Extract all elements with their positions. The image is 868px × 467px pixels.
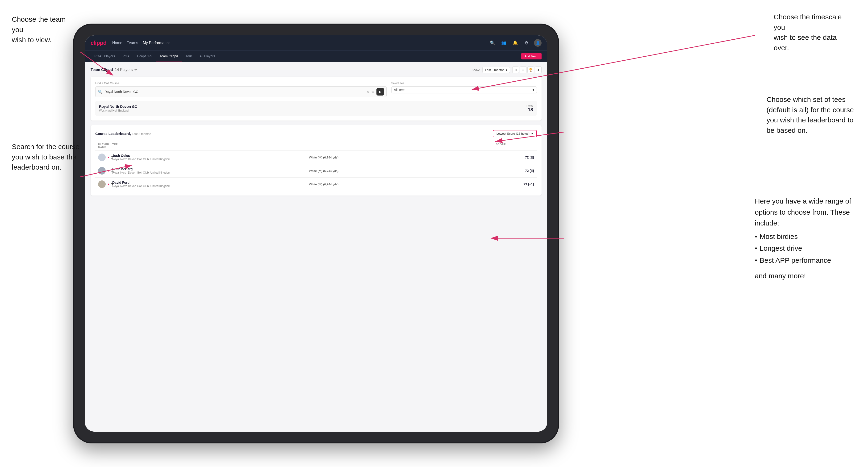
app-content: clippd Home Teams My Performance 🔍 👥 🔔 ⚙… [85,35,547,432]
player-name-2: Blair McHarg [112,167,309,171]
add-team-button[interactable]: Add Team [521,53,541,59]
heart-icon-3: ♥ [107,183,109,186]
search-submit-button[interactable]: ▶ [376,88,384,96]
player-name-1: Josh Coles [112,154,309,158]
tee-cell-1: White (M) (6,744 yds) [309,156,506,159]
tee-cell-2: White (M) (6,744 yds) [309,169,506,173]
tee-chevron-icon: ▾ [533,88,534,92]
holes-badge: Holes 18 [526,104,533,113]
course-search-input[interactable] [104,90,365,94]
team-name-label: Team Clippd [91,68,113,72]
player-name-cell-3: David Ford Royal North Devon Golf Club, … [112,181,309,188]
nav-home[interactable]: Home [112,41,122,45]
settings-icon-btn[interactable]: ⚙ [523,39,530,47]
tee-select-col: Select Tee All Tees ▾ [391,82,537,97]
edit-team-icon[interactable]: ✏ [134,68,137,72]
course-search-panel: Find a Golf Course 🔍 ✕ ★ ▶ Select Tee [91,77,541,121]
col-tee: TEE [112,143,309,149]
score-cell-1: 72 (E) [506,155,534,159]
select-tee-label: Select Tee [391,82,537,85]
col-player-name: PLAYER NAME [98,143,112,149]
team-title: Team Clippd 14 Players ✏ [91,68,137,72]
tee-select-dropdown[interactable]: All Tees ▾ [391,86,537,93]
nav-my-performance[interactable]: My Performance [143,41,170,45]
search-icon-btn[interactable]: 🔍 [489,39,496,47]
bullet-item-3: Best APP performance [755,255,854,266]
rank-cell-2: ♥ 1 [98,167,112,175]
main-content: Team Clippd 14 Players ✏ Show: Last 3 mo… [85,62,547,432]
show-label: Show: [471,68,480,72]
sub-navbar: PGAT Players PGA Hcaps 1-5 Team Clippd T… [85,51,547,62]
leaderboard-subtitle: Last 3 months [132,132,151,135]
score-type-value: Lowest Score (18 holes) [497,132,530,135]
player-name-cell-1: Josh Coles Royal North Devon Golf Club, … [112,154,309,161]
sub-nav-pga[interactable]: PGA [119,51,133,62]
sub-nav-team-clippd[interactable]: Team Clippd [156,51,182,62]
app-logo: clippd [91,40,106,46]
heart-icon-2: ♥ [107,169,109,173]
course-search-wrapper: 🔍 ✕ ★ ▶ [95,86,386,97]
time-period-dropdown[interactable]: Last 3 months ▾ [483,67,510,73]
rank-cell-1: ♥ 1 [98,154,112,161]
leaderboard-header: Course Leaderboard, Last 3 months Lowest… [95,130,537,137]
player-name-cell-2: Blair McHarg Royal North Devon Golf Club… [112,167,309,174]
sub-nav-tour[interactable]: Tour [182,51,196,62]
navbar: clippd Home Teams My Performance 🔍 👥 🔔 ⚙… [85,35,547,51]
trophy-view-btn[interactable]: 🏆 [527,66,534,73]
holes-label: Holes [526,104,533,107]
annotation-top-left: Choose the team you wish to view. [12,14,78,45]
table-row: ♥ 1 Josh Coles Royal North Devon Golf Cl… [95,151,537,164]
search-icon: 🔍 [98,90,102,94]
course-result-info: Royal North Devon GC Westward Hol, Engla… [99,104,137,112]
player-avatar-1 [98,154,106,161]
list-view-btn[interactable]: ☰ [520,66,526,73]
player-avatar-3 [98,181,106,188]
team-header: Team Clippd 14 Players ✏ Show: Last 3 mo… [91,66,541,73]
users-icon-btn[interactable]: 👥 [500,39,507,47]
score-type-chevron-icon: ▾ [531,132,533,135]
player-avatar-2 [98,167,106,175]
score-type-dropdown[interactable]: Lowest Score (18 holes) ▾ [493,130,537,137]
clear-search-icon[interactable]: ✕ [367,90,369,94]
download-btn[interactable]: ⬇ [535,66,541,73]
dropdown-chevron-icon: ▾ [506,68,507,72]
table-row: ♥ 3 David Ford Royal North Devon Golf Cl… [95,178,537,191]
show-controls: Show: Last 3 months ▾ ⊞ ☰ 🏆 ⬇ [471,66,541,73]
annotation-mid-left: Search for the course you wish to base t… [12,142,80,173]
nav-teams[interactable]: Teams [127,41,138,45]
options-list: Most birdies Longest drive Best APP perf… [755,231,854,266]
holes-number: 18 [526,107,533,113]
leaderboard-section: Course Leaderboard, Last 3 months Lowest… [91,125,541,195]
sub-nav-hcaps[interactable]: Hcaps 1-5 [133,51,156,62]
time-period-value: Last 3 months [485,68,504,72]
tablet-screen: clippd Home Teams My Performance 🔍 👥 🔔 ⚙… [85,35,547,432]
find-course-label: Find a Golf Course [95,82,386,85]
bottom-right-intro: Here you have a wide range of options to… [755,197,851,227]
annotation-mid-right: Choose which set of tees (default is all… [767,94,854,135]
player-club-1: Royal North Devon Golf Club, United King… [112,158,309,161]
main-nav: Home Teams My Performance [112,41,483,45]
tablet-device: clippd Home Teams My Performance 🔍 👥 🔔 ⚙… [73,24,559,443]
player-club-3: Royal North Devon Golf Club, United King… [112,184,309,188]
navbar-icons: 🔍 👥 🔔 ⚙ 👤 [489,39,541,47]
player-club-2: Royal North Devon Golf Club, United King… [112,171,309,174]
course-result-row: Royal North Devon GC Westward Hol, Engla… [95,101,537,116]
sub-nav-pgat[interactable]: PGAT Players [91,51,119,62]
annotation-bottom-right: Here you have a wide range of options to… [755,196,854,282]
col-score: SCORE [309,143,506,149]
tee-value: All Tees [394,88,405,92]
user-avatar[interactable]: 👤 [534,39,541,47]
search-panel-header: Find a Golf Course 🔍 ✕ ★ ▶ Select Tee [95,82,537,97]
leaderboard-table: PLAYER NAME TEE SCORE ♥ 1 [95,141,537,191]
annotation-top-right: Choose the timescale you wish to see the… [774,12,854,53]
heart-icon-1: ♥ [107,156,109,159]
bell-icon-btn[interactable]: 🔔 [512,39,519,47]
score-cell-3: 73 (+1) [506,182,534,186]
sub-nav-all-players[interactable]: All Players [196,51,219,62]
tee-cell-3: White (M) (6,744 yds) [309,183,506,186]
course-result-name: Royal North Devon GC [99,104,137,108]
view-icons: ⊞ ☰ 🏆 ⬇ [512,66,541,73]
table-row: ♥ 1 Blair McHarg Royal North Devon Golf … [95,164,537,178]
favorite-icon[interactable]: ★ [371,90,375,94]
grid-view-btn[interactable]: ⊞ [512,66,519,73]
